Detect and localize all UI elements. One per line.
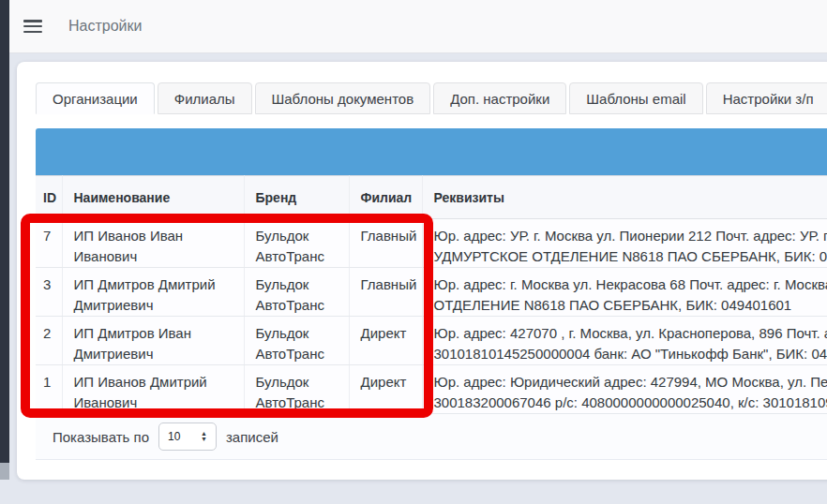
cell-brand: Бульдок АвтоТранс [244, 268, 349, 317]
requisites-line: 30101810145250000004 банк: АО "Тинькофф … [434, 344, 827, 364]
records-label: записей [226, 429, 278, 445]
cell-id: 3 [36, 268, 62, 317]
tab-branches[interactable]: Филиалы [158, 82, 252, 114]
column-header-name: Наименование [62, 176, 244, 219]
show-per-label: Показывать по [53, 429, 149, 445]
column-header-branch: Филиал [349, 176, 422, 219]
cell-name: ИП Иванов Иван Иванович [62, 219, 244, 268]
cell-id: 2 [36, 317, 62, 365]
page-size-select[interactable]: 10 ▲▼ [158, 422, 217, 451]
cell-branch: Главный [349, 268, 422, 317]
table-row[interactable]: 3 ИП Дмитров Дмитрий Дмитриевич Бульдок … [36, 268, 827, 317]
requisites-line: Юр. адрес: г. Москва ул. Некрасова 68 По… [434, 274, 827, 295]
settings-page: Настройки Организации Филиалы Шаблоны до… [0, 0, 827, 504]
cell-requisites: Юр. адрес: г. Москва ул. Некрасова 68 По… [422, 268, 827, 317]
collapsed-sidebar-footer [0, 463, 9, 480]
cell-name: ИП Дмитров Дмитрий Дмитриевич [62, 268, 244, 317]
tab-document-templates[interactable]: Шаблоны документов [255, 82, 431, 114]
organizations-panel: ID Наименование Бренд Филиал Реквизиты 7… [36, 128, 827, 460]
cell-brand: Бульдок АвтоТранс [244, 317, 349, 365]
requisites-line: Юр. адрес: УР. г. Москва ул. Пионерии 21… [434, 226, 827, 246]
menu-toggle-icon[interactable] [23, 20, 42, 33]
organizations-table: ID Наименование Бренд Филиал Реквизиты 7… [36, 175, 827, 414]
requisites-line: Юр. адрес: 427070 , г. Москва, ул. Красн… [434, 323, 827, 344]
requisites-line: Юр. адрес: Юридический адрес: 427994, МО… [434, 372, 827, 393]
pagination-footer: Показывать по 10 ▲▼ записей [36, 414, 827, 459]
cell-brand: Бульдок АвтоТранс [244, 365, 349, 414]
requisites-line: 300183200067046 р/с: 4080000000000025040… [434, 393, 827, 413]
column-header-id: ID [36, 176, 62, 219]
tab-bar: Организации Филиалы Шаблоны документов Д… [36, 82, 827, 114]
cell-branch: Главный [349, 219, 422, 268]
cell-id: 7 [36, 219, 62, 268]
tab-salary-settings[interactable]: Настройки з/п [706, 82, 827, 114]
cell-id: 1 [36, 365, 62, 414]
page-size-value: 10 [168, 430, 180, 443]
cell-name: ИП Дмитров Иван Дмитриевич [62, 317, 244, 365]
settings-card: Организации Филиалы Шаблоны документов Д… [17, 62, 827, 480]
table-row[interactable]: 7 ИП Иванов Иван Иванович Бульдок АвтоТр… [36, 219, 827, 268]
cell-brand: Бульдок АвтоТранс [244, 219, 349, 268]
cell-requisites: Юр. адрес: 427070 , г. Москва, ул. Красн… [422, 317, 827, 365]
table-row[interactable]: 1 ИП Иванов Дмитрий Иванович Бульдок Авт… [36, 365, 827, 414]
select-updown-icon: ▲▼ [201, 431, 207, 442]
requisites-line: ОТДЕЛЕНИЕ N8618 ПАО СБЕРБАНК, БИК: 04940… [434, 295, 827, 316]
tab-extra-settings[interactable]: Доп. настройки [433, 82, 566, 114]
topbar: Настройки [9, 0, 827, 53]
cell-requisites: Юр. адрес: Юридический адрес: 427994, МО… [422, 365, 827, 414]
tab-organizations[interactable]: Организации [36, 82, 155, 114]
cell-requisites: Юр. адрес: УР. г. Москва ул. Пионерии 21… [422, 219, 827, 268]
column-header-brand: Бренд [244, 176, 349, 219]
table-header-row: ID Наименование Бренд Филиал Реквизиты [36, 176, 827, 219]
collapsed-sidebar [0, 0, 9, 463]
tab-email-templates[interactable]: Шаблоны email [569, 82, 702, 114]
table-row[interactable]: 2 ИП Дмитров Иван Дмитриевич Бульдок Авт… [36, 317, 827, 365]
page-title: Настройки [68, 18, 142, 35]
requisites-line: УДМУРТСКОЕ ОТДЕЛЕНИЕ N8618 ПАО СБЕРБАНК,… [434, 246, 827, 267]
cell-name: ИП Иванов Дмитрий Иванович [62, 365, 244, 414]
column-header-requisites: Реквизиты [422, 176, 827, 219]
panel-toolbar [36, 128, 827, 175]
cell-branch: Директ [349, 365, 422, 414]
cell-branch: Директ [349, 317, 422, 365]
